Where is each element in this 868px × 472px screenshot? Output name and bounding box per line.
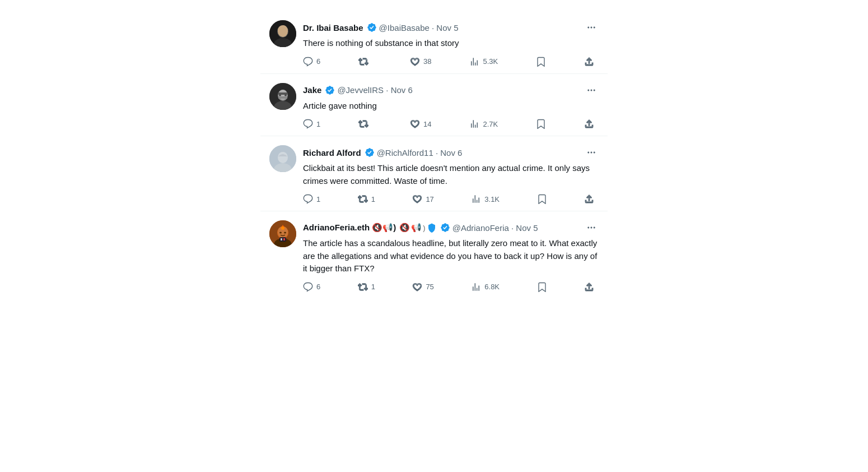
like-button[interactable]: 17 (412, 194, 433, 204)
tweet-item-2: Jake @JevvelIRS · Nov 6 Article gave not… (260, 74, 608, 137)
username-date: @IbaiBasabe · Nov 5 (379, 23, 459, 33)
reply-button[interactable]: 6 (303, 282, 320, 292)
svg-rect-7 (281, 34, 285, 36)
views-button[interactable]: 5.3K (469, 57, 498, 67)
avatar (269, 220, 296, 247)
like-button[interactable]: 38 (410, 57, 431, 67)
avatar (269, 83, 296, 110)
display-name: AdrianoFeria.eth 🔇📢) (303, 223, 396, 233)
comment-icon (303, 57, 313, 67)
views-count: 2.7K (483, 120, 498, 128)
avatar (269, 20, 296, 47)
like-icon (412, 282, 422, 292)
more-options-button[interactable] (584, 83, 599, 98)
reply-count: 1 (316, 120, 320, 128)
tweet-body: Richard Alford @RichAlford11 · Nov 6 Cli… (303, 145, 599, 211)
views-button[interactable]: 2.7K (469, 119, 498, 129)
svg-point-15 (284, 94, 287, 96)
tweet-header-left: Dr. Ibai Basabe @IbaiBasabe · Nov 5 (303, 22, 459, 33)
bookmark-icon (537, 282, 547, 292)
svg-point-27 (284, 232, 286, 234)
tweet-header-left: Richard Alford @RichAlford11 · Nov 6 (303, 147, 462, 158)
views-count: 6.8K (484, 283, 500, 291)
reply-button[interactable]: 6 (303, 57, 320, 67)
like-count: 14 (423, 120, 431, 128)
retweet-button[interactable] (358, 119, 372, 129)
share-button[interactable] (584, 282, 594, 292)
svg-rect-12 (278, 96, 287, 99)
retweet-icon (358, 119, 368, 129)
more-options-button[interactable] (584, 220, 599, 235)
share-button[interactable] (584, 57, 594, 67)
display-name: Dr. Ibai Basabe (303, 23, 363, 33)
verified-badge (440, 223, 450, 233)
bookmark-icon (536, 119, 546, 129)
views-icon (469, 119, 479, 129)
comment-icon (303, 119, 313, 129)
extra-badges: 🔇 📢 ) (399, 223, 436, 233)
svg-point-14 (279, 94, 281, 96)
share-button[interactable] (584, 119, 594, 129)
retweet-button[interactable]: 1 (358, 282, 375, 292)
display-name: Richard Alford (303, 148, 361, 158)
username-date: @JevvelIRS · Nov 6 (337, 85, 412, 95)
tweet-item-1: Dr. Ibai Basabe @IbaiBasabe · Nov 5 Ther… (260, 11, 608, 74)
like-count: 75 (426, 283, 433, 291)
more-options-button[interactable] (584, 20, 599, 35)
like-button[interactable]: 14 (410, 119, 431, 129)
views-button[interactable]: 3.1K (471, 194, 500, 204)
like-count: 17 (426, 195, 433, 203)
svg-rect-28 (279, 237, 286, 242)
svg-point-26 (279, 232, 282, 234)
reply-button[interactable]: 1 (303, 194, 320, 204)
tweet-text: There is nothing of substance in that st… (303, 37, 599, 50)
more-options-button[interactable] (584, 145, 599, 160)
tweet-header: Jake @JevvelIRS · Nov 6 (303, 83, 599, 98)
views-icon (469, 57, 479, 67)
tweet-actions: 6 38 5.3K (303, 57, 594, 67)
views-button[interactable]: 6.8K (471, 282, 500, 292)
bookmark-button[interactable] (537, 282, 547, 292)
views-count: 3.1K (484, 195, 500, 203)
like-count: 38 (423, 57, 431, 66)
bookmark-button[interactable] (536, 119, 546, 129)
views-icon (471, 194, 481, 204)
bookmark-button[interactable] (537, 194, 547, 204)
share-icon (584, 282, 594, 292)
tweet-text: Article gave nothing (303, 100, 599, 113)
verified-badge (325, 85, 335, 95)
tweet-actions: 1 1 17 3.1K (303, 194, 594, 204)
views-icon (471, 282, 481, 292)
svg-point-25 (281, 226, 284, 230)
retweet-button[interactable]: 1 (358, 194, 375, 204)
comment-icon (303, 194, 313, 204)
tweet-item-3: Richard Alford @RichAlford11 · Nov 6 Cli… (260, 136, 608, 211)
bookmark-button[interactable] (536, 57, 546, 67)
share-icon (584, 57, 594, 67)
tweet-text: Clickbait at its best! This article does… (303, 162, 599, 187)
tweet-body: Dr. Ibai Basabe @IbaiBasabe · Nov 5 Ther… (303, 20, 599, 73)
verified-badge (365, 147, 375, 158)
like-icon (410, 57, 420, 67)
tweet-feed: Dr. Ibai Basabe @IbaiBasabe · Nov 5 Ther… (260, 11, 608, 299)
reply-count: 1 (316, 195, 320, 203)
views-count: 5.3K (483, 57, 498, 66)
like-icon (410, 119, 420, 129)
verified-badge (367, 22, 377, 33)
tweet-body: AdrianoFeria.eth 🔇📢) 🔇 📢 ) @AdrianoFeria… (303, 220, 599, 299)
tweet-text: The article has a scandalous headline, b… (303, 237, 599, 275)
svg-rect-29 (281, 238, 282, 240)
retweet-count: 1 (371, 195, 375, 203)
reply-button[interactable]: 1 (303, 119, 320, 129)
share-icon (584, 119, 594, 129)
tweet-header: Richard Alford @RichAlford11 · Nov 6 (303, 145, 599, 160)
reply-count: 6 (316, 283, 320, 291)
share-button[interactable] (584, 194, 594, 204)
like-button[interactable]: 75 (412, 282, 433, 292)
retweet-count: 1 (371, 283, 375, 291)
tweet-header: Dr. Ibai Basabe @IbaiBasabe · Nov 5 (303, 20, 599, 35)
reply-count: 6 (316, 57, 320, 66)
username-date: @RichAlford11 · Nov 6 (377, 148, 463, 158)
retweet-button[interactable] (358, 57, 372, 67)
tweet-actions: 6 1 75 6.8K (303, 282, 594, 292)
